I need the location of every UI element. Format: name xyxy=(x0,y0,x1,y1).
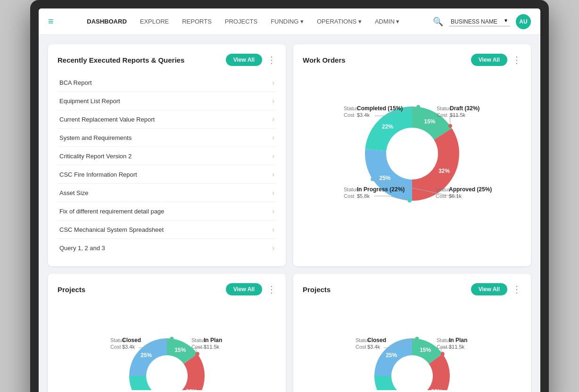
avatar: AU xyxy=(516,14,531,29)
svg-text:15%: 15% xyxy=(174,347,186,353)
report-item[interactable]: Equipment List Report› xyxy=(58,92,276,110)
svg-text:Cost: Cost xyxy=(344,112,355,118)
report-item[interactable]: Current Replacement Value Report› xyxy=(58,110,276,129)
nav-link-explore[interactable]: EXPLORE xyxy=(140,18,169,25)
svg-text:Cost: Cost xyxy=(437,112,447,118)
svg-point-38 xyxy=(170,337,174,341)
hamburger-icon[interactable]: ≡ xyxy=(48,16,54,27)
chevron-right-icon: › xyxy=(272,189,274,196)
chevron-right-icon: › xyxy=(272,115,274,123)
work-orders-chart: 15%32%25%22%StatusCompleted (15%)Cost$3.… xyxy=(303,74,521,224)
laptop-frame: ≡ DASHBOARDEXPLOREREPORTSPROJECTSFUNDING… xyxy=(30,0,549,392)
svg-point-6 xyxy=(416,105,420,109)
main-content: Recently Executed Reports & Queries View… xyxy=(39,35,540,392)
svg-text:38%: 38% xyxy=(431,388,442,390)
projects-right-more-icon[interactable]: ⋮ xyxy=(512,284,521,295)
reports-card: Recently Executed Reports & Queries View… xyxy=(48,44,286,266)
report-item-label: CSC Fire Information Report xyxy=(59,171,137,178)
report-item-label: BCA Report xyxy=(59,79,92,86)
nav-link-projects[interactable]: PROJECTS xyxy=(225,18,257,25)
projects-left-title: Projects xyxy=(58,286,85,294)
projects-right-view-all-button[interactable]: View All xyxy=(471,283,507,295)
nav-link-admin[interactable]: ADMIN ▾ xyxy=(375,18,400,25)
svg-text:$6.1k: $6.1k xyxy=(449,193,462,199)
reports-view-all-button[interactable]: View All xyxy=(226,54,262,66)
report-item[interactable]: CSC Mechanical System Spreadsheet› xyxy=(58,220,276,239)
reports-card-header: Recently Executed Reports & Queries View… xyxy=(58,54,276,66)
report-item-label: CSC Mechanical System Spreadsheet xyxy=(59,226,164,233)
work-orders-header: Work Orders View All ⋮ xyxy=(303,54,521,66)
svg-text:Cost: Cost xyxy=(110,344,121,350)
projects-left-header: Projects View All ⋮ xyxy=(58,283,276,295)
projects-left-view-all-button[interactable]: View All xyxy=(226,283,262,295)
svg-text:$3.4k: $3.4k xyxy=(367,344,380,350)
nav-link-funding[interactable]: FUNDING ▾ xyxy=(271,18,304,25)
report-item-label: Equipment List Report xyxy=(59,98,120,105)
svg-text:Completed (15%): Completed (15%) xyxy=(357,105,403,112)
laptop-screen: ≡ DASHBOARDEXPLOREREPORTSPROJECTSFUNDING… xyxy=(39,8,540,392)
report-item[interactable]: Fix of different requirement detail page… xyxy=(58,202,276,220)
report-item-label: Query 1, 2 and 3 xyxy=(59,245,105,252)
svg-text:38%: 38% xyxy=(186,388,197,390)
nav-link-dashboard[interactable]: DASHBOARD xyxy=(87,18,127,25)
svg-text:25%: 25% xyxy=(141,352,152,359)
svg-text:32%: 32% xyxy=(438,168,450,174)
svg-point-13 xyxy=(448,124,452,128)
nav-links: DASHBOARDEXPLOREREPORTSPROJECTSFUNDING ▾… xyxy=(67,18,420,25)
work-orders-header-right: View All ⋮ xyxy=(471,54,521,66)
svg-text:Cost: Cost xyxy=(191,344,202,350)
svg-text:Cost: Cost xyxy=(436,193,447,199)
svg-text:$11.5k: $11.5k xyxy=(450,112,466,118)
chevron-right-icon: › xyxy=(272,134,274,141)
reports-header-right: View All ⋮ xyxy=(226,54,276,66)
svg-text:15%: 15% xyxy=(424,118,435,125)
projects-right-header: Projects View All ⋮ xyxy=(303,283,521,295)
nav-link-reports[interactable]: REPORTS xyxy=(182,18,212,25)
projects-left-chart: 15%38%22%25%StatusClosedCost$3.4kStatusI… xyxy=(58,303,276,388)
projects-left-more-icon[interactable]: ⋮ xyxy=(267,284,276,295)
reports-more-icon[interactable]: ⋮ xyxy=(267,54,276,65)
search-icon[interactable]: 🔍 xyxy=(433,16,443,27)
svg-text:Closed: Closed xyxy=(367,337,386,343)
svg-text:Status: Status xyxy=(344,106,359,111)
svg-text:Draft (32%): Draft (32%) xyxy=(450,105,480,112)
svg-text:Approved (25%): Approved (25%) xyxy=(449,186,492,193)
svg-text:$3.4k: $3.4k xyxy=(122,344,135,350)
report-item-label: System and Requirements xyxy=(59,134,132,141)
work-orders-card: Work Orders View All ⋮ 15%32%25%22%Statu… xyxy=(293,44,531,266)
navbar: ≡ DASHBOARDEXPLOREREPORTSPROJECTSFUNDING… xyxy=(39,8,540,35)
chevron-right-icon: › xyxy=(272,79,274,86)
projects-right-title: Projects xyxy=(303,286,331,294)
report-item[interactable]: System and Requirements› xyxy=(58,129,276,147)
svg-text:$11.5k: $11.5k xyxy=(449,344,465,350)
svg-point-63 xyxy=(441,352,445,356)
svg-text:In Progress (22%): In Progress (22%) xyxy=(357,186,405,193)
work-orders-more-icon[interactable]: ⋮ xyxy=(512,54,521,65)
nav-right: 🔍 BUSINESS NAME ▼ AU xyxy=(433,14,531,29)
projects-right-card: Projects View All ⋮ 15%38%22%25%StatusCl… xyxy=(293,274,531,392)
work-orders-view-all-button[interactable]: View All xyxy=(471,54,507,66)
svg-text:Cost: Cost xyxy=(437,344,447,350)
business-name-select[interactable]: BUSINESS NAME xyxy=(449,17,510,26)
chevron-right-icon: › xyxy=(272,207,274,215)
report-item[interactable]: Query 1, 2 and 3› xyxy=(58,239,276,257)
svg-text:Status: Status xyxy=(436,187,451,192)
svg-point-20 xyxy=(371,177,374,181)
svg-text:$11.5k: $11.5k xyxy=(204,344,220,350)
svg-text:In Plan: In Plan xyxy=(204,337,222,343)
report-item[interactable]: Criticality Report Version 2› xyxy=(58,147,276,165)
report-list: BCA Report›Equipment List Report›Current… xyxy=(58,74,276,257)
projects-left-card: Projects View All ⋮ 15%38%22%25%StatusCl… xyxy=(48,274,286,392)
projects-left-header-right: View All ⋮ xyxy=(226,283,276,295)
svg-text:25%: 25% xyxy=(386,352,397,359)
chevron-right-icon: › xyxy=(272,226,274,233)
svg-point-27 xyxy=(408,199,412,203)
projects-right-header-right: View All ⋮ xyxy=(471,283,521,295)
report-item[interactable]: CSC Fire Information Report› xyxy=(58,165,276,184)
report-item[interactable]: BCA Report› xyxy=(58,74,276,92)
chevron-right-icon: › xyxy=(272,97,274,105)
chevron-right-icon: › xyxy=(272,244,274,252)
report-item[interactable]: Asset Size› xyxy=(58,184,276,202)
projects-right-chart: 15%38%22%25%StatusClosedCost$3.4kStatusI… xyxy=(303,303,521,388)
nav-link-operations[interactable]: OPERATIONS ▾ xyxy=(317,18,362,25)
